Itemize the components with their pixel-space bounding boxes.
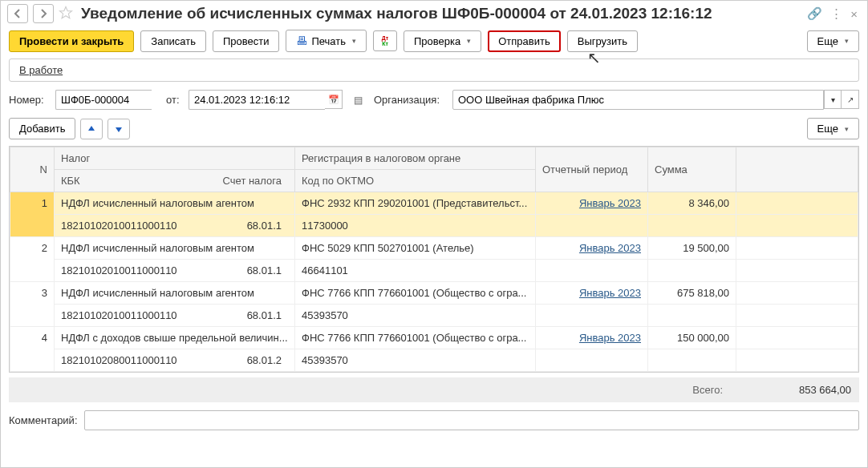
table-row[interactable]: 1 НДФЛ исчисленный налоговым агентом ФНС… [10, 192, 858, 215]
cell-period[interactable]: Январь 2023 [536, 282, 648, 305]
table-subrow[interactable]: 1821010201001100011068.01.1 46641101 [10, 260, 858, 282]
comment-label: Комментарий: [9, 414, 78, 426]
cell-registration[interactable]: ФНС 7766 КПП 776601001 (Общество с огра.… [295, 282, 536, 305]
forward-button[interactable] [33, 4, 54, 23]
cell-n: 4 [10, 327, 55, 372]
post-and-close-button[interactable]: Провести и закрыть [9, 30, 134, 52]
table-row[interactable]: 3 НДФЛ исчисленный налоговым агентом ФНС… [10, 282, 858, 305]
org-label: Организация: [374, 94, 446, 106]
cell-blank [736, 327, 858, 349]
list-icon[interactable]: ▤ [354, 95, 363, 106]
org-dropdown-button[interactable]: ▾ [824, 90, 842, 109]
cell-blank [736, 192, 858, 215]
calendar-button[interactable]: 📅 [325, 90, 343, 109]
cell-tax[interactable]: НДФЛ исчисленный налоговым агентом [55, 282, 295, 305]
number-label: Номер: [9, 94, 49, 106]
totals-row: Всего: 853 664,00 [9, 377, 859, 402]
cell-oktmo[interactable]: 11730000 [295, 215, 536, 237]
export-button[interactable]: Выгрузить [567, 30, 638, 52]
tax-table: N Налог Регистрация в налоговом органе О… [9, 146, 859, 373]
post-button[interactable]: Провести [213, 30, 280, 52]
cell-kbk[interactable]: 1821010201001100011068.01.1 [55, 260, 295, 282]
cell-n: 2 [10, 237, 55, 282]
dk-icon: ДтКт [382, 35, 388, 46]
check-button[interactable]: Проверка [404, 30, 481, 52]
cell-registration[interactable]: ФНС 7766 КПП 776601001 (Общество с огра.… [295, 327, 536, 349]
table-subrow[interactable]: 1821010201001100011068.01.1 11730000 [10, 215, 858, 237]
header-blank [736, 147, 858, 192]
cell-oktmo[interactable]: 46641101 [295, 260, 536, 282]
total-label: Всего: [692, 384, 723, 396]
header-oktmo[interactable]: Код по ОКТМО [295, 170, 536, 192]
more-button[interactable]: Еще [807, 30, 859, 52]
window-title: Уведомление об исчисленных суммах налого… [81, 5, 802, 22]
cell-kbk[interactable]: 1821010201001100011068.01.1 [55, 305, 295, 327]
debit-credit-button[interactable]: ДтКт [373, 30, 397, 51]
cell-period[interactable]: Январь 2023 [536, 237, 648, 260]
header-kbk[interactable]: КБКСчет налога [55, 170, 295, 192]
table-row[interactable]: 2 НДФЛ исчисленный налоговым агентом ФНС… [10, 237, 858, 260]
status-in-work-link[interactable]: В работе [19, 64, 63, 76]
cell-registration[interactable]: ФНС 5029 КПП 502701001 (Ателье) [295, 237, 536, 260]
cell-oktmo[interactable]: 45393570 [295, 349, 536, 372]
number-field[interactable] [55, 90, 152, 110]
table-row[interactable]: 4 НДФЛ с доходов свыше предельной величи… [10, 327, 858, 349]
cell-oktmo[interactable]: 45393570 [295, 305, 536, 327]
cell-sum[interactable]: 675 818,00 [648, 282, 736, 305]
total-value: 853 664,00 [771, 384, 851, 396]
header-n[interactable]: N [10, 147, 55, 192]
cell-blank [736, 282, 858, 305]
cell-tax[interactable]: НДФЛ исчисленный налоговым агентом [55, 237, 295, 260]
cell-registration[interactable]: ФНС 2932 КПП 290201001 (Представительст.… [295, 192, 536, 215]
cell-tax[interactable]: НДФЛ с доходов свыше предельной величин.… [55, 327, 295, 349]
cell-kbk[interactable]: 1821010201001100011068.01.1 [55, 215, 295, 237]
header-registration[interactable]: Регистрация в налоговом органе [295, 147, 536, 170]
cell-n: 3 [10, 282, 55, 327]
link-icon[interactable]: 🔗 [807, 6, 822, 21]
header-sum[interactable]: Сумма [648, 147, 736, 192]
cell-sum[interactable]: 150 000,00 [648, 327, 736, 349]
kebab-menu-icon[interactable]: ⋮ [830, 6, 842, 21]
move-up-button[interactable] [80, 119, 103, 139]
cell-period[interactable]: Январь 2023 [536, 192, 648, 215]
status-bar: В работе [9, 58, 859, 82]
cell-sum[interactable]: 8 346,00 [648, 192, 736, 215]
date-label: от: [166, 94, 182, 106]
org-field[interactable] [452, 90, 824, 110]
back-button[interactable] [7, 4, 28, 23]
date-field[interactable] [189, 90, 325, 110]
printer-icon: 🖶 [296, 34, 307, 47]
table-subrow[interactable]: 1821010201001100011068.01.1 45393570 [10, 305, 858, 327]
cell-tax[interactable]: НДФЛ исчисленный налоговым агентом [55, 192, 295, 215]
print-button[interactable]: 🖶Печать [286, 30, 367, 52]
favorite-star-icon[interactable] [59, 6, 73, 22]
table-subrow[interactable]: 1821010208001100011068.01.2 45393570 [10, 349, 858, 372]
add-row-button[interactable]: Добавить [9, 118, 75, 139]
cell-period[interactable]: Январь 2023 [536, 327, 648, 349]
comment-field[interactable] [84, 410, 860, 430]
write-button[interactable]: Записать [140, 30, 206, 52]
move-down-button[interactable] [107, 119, 130, 139]
header-period[interactable]: Отчетный период [536, 147, 648, 192]
close-icon[interactable]: × [850, 7, 858, 21]
org-open-button[interactable]: ↗ [842, 90, 859, 109]
header-tax[interactable]: Налог [55, 147, 295, 170]
cell-kbk[interactable]: 1821010208001100011068.01.2 [55, 349, 295, 372]
table-more-button[interactable]: Еще [807, 118, 859, 139]
send-button[interactable]: Отправить [488, 30, 560, 52]
cell-sum[interactable]: 19 500,00 [648, 237, 736, 260]
cell-n: 1 [10, 192, 55, 237]
cell-blank [736, 237, 858, 260]
